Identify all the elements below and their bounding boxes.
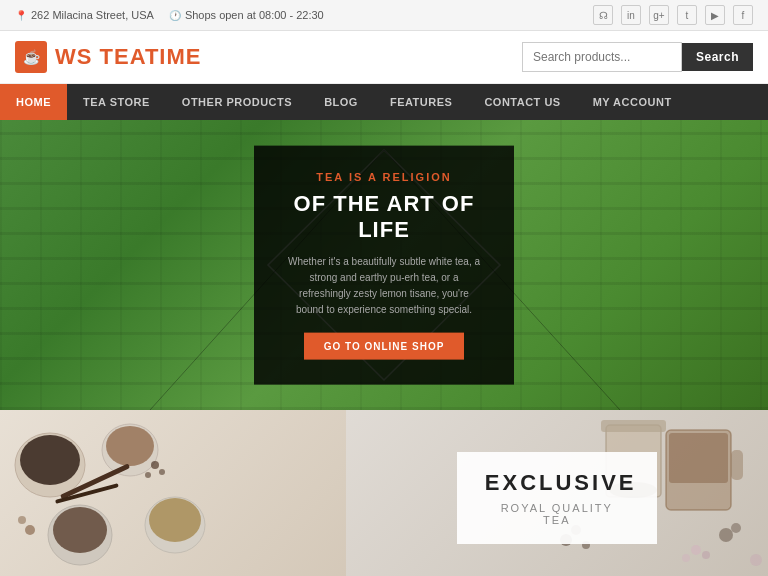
nav-item-home[interactable]: HOME [0,84,67,120]
lower-section: EXCLUSIVE ROYAL QUALITY TEA [0,410,768,576]
svg-point-16 [25,525,35,535]
instagram-icon[interactable]: ☊ [593,5,613,25]
search-input[interactable] [522,42,682,72]
clock-icon: 🕐 [169,10,181,21]
svg-point-30 [702,551,710,559]
top-bar-info-group: 📍 262 Milacina Street, USA 🕐 Shops open … [15,9,324,21]
nav-item-other-products[interactable]: OTHER PRODUCTS [166,84,308,120]
hero-cta-button[interactable]: GO TO ONLINE SHOP [304,332,465,359]
svg-rect-19 [731,450,743,480]
svg-point-13 [151,461,159,469]
linkedin-icon[interactable]: in [621,5,641,25]
top-bar: 📍 262 Milacina Street, USA 🕐 Shops open … [0,0,768,31]
svg-point-17 [18,516,26,524]
main-nav: HOME TEA STORE OTHER PRODUCTS BLOG FEATU… [0,84,768,120]
exclusive-title: EXCLUSIVE [485,470,629,496]
address-text: 262 Milacina Street, USA [31,9,154,21]
svg-rect-22 [601,420,666,432]
social-icons-group: ☊ in g+ t ▶ f [593,5,753,25]
lower-right-panel: EXCLUSIVE ROYAL QUALITY TEA [346,410,768,576]
hero-description: Whether it's a beautifully subtle white … [284,253,484,317]
tea-ingredients-image [0,410,346,576]
hero-subtitle: TEA IS A RELIGION [284,171,484,183]
svg-point-32 [750,554,762,566]
logo-teatime: TEATIME [100,44,202,69]
svg-point-27 [719,528,733,542]
svg-point-28 [731,523,741,533]
logo[interactable]: ☕ WS TEATIME [15,41,201,73]
logo-icon: ☕ [15,41,47,73]
hours-info: 🕐 Shops open at 08:00 - 22:30 [169,9,324,21]
logo-text: WS TEATIME [55,44,201,70]
hero-content-box: TEA IS A RELIGION OF THE ART OF LIFE Whe… [254,146,514,385]
youtube-icon[interactable]: ▶ [705,5,725,25]
search-button[interactable]: Search [682,43,753,71]
svg-point-15 [145,472,151,478]
svg-point-29 [691,545,701,555]
nav-item-blog[interactable]: BLOG [308,84,374,120]
hours-text: Shops open at 08:00 - 22:30 [185,9,324,21]
logo-ws: WS [55,44,100,69]
svg-rect-20 [669,433,728,483]
svg-point-10 [149,498,201,542]
svg-point-6 [106,426,154,466]
address-info: 📍 262 Milacina Street, USA [15,9,154,21]
header: ☕ WS TEATIME Search [0,31,768,84]
nav-item-features[interactable]: FEATURES [374,84,468,120]
nav-item-account[interactable]: MY ACCOUNT [577,84,688,120]
nav-item-contact[interactable]: CONTACT US [468,84,576,120]
exclusive-overlay: EXCLUSIVE ROYAL QUALITY TEA [457,452,657,544]
svg-point-14 [159,469,165,475]
facebook-icon[interactable]: f [733,5,753,25]
nav-item-tea-store[interactable]: TEA STORE [67,84,166,120]
hero-title: OF THE ART OF LIFE [284,191,484,244]
google-plus-icon[interactable]: g+ [649,5,669,25]
svg-point-4 [20,435,80,485]
twitter-icon[interactable]: t [677,5,697,25]
exclusive-sub: ROYAL QUALITY TEA [485,502,629,526]
svg-point-31 [682,554,690,562]
hero-section: TEA IS A RELIGION OF THE ART OF LIFE Whe… [0,120,768,410]
svg-point-8 [53,507,107,553]
tea-bowls-svg [0,410,346,576]
lower-left-panel [0,410,346,576]
search-bar: Search [522,42,753,72]
pin-icon: 📍 [15,10,27,21]
